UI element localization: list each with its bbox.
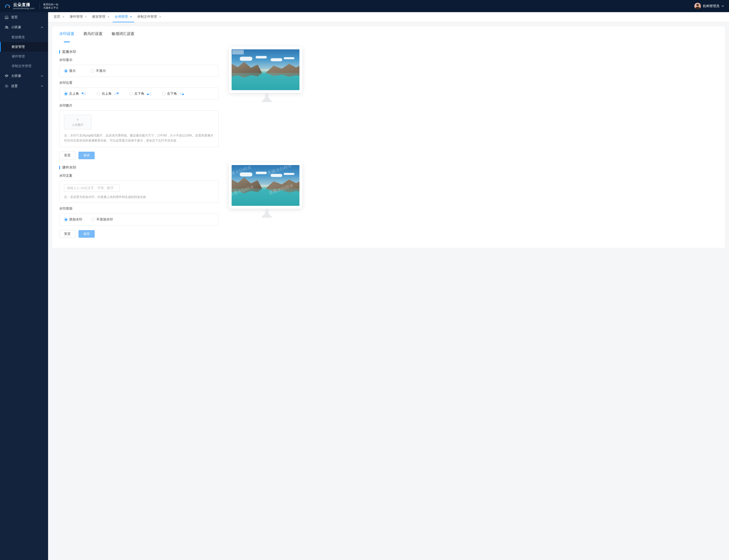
svg-point-0: [9, 7, 10, 8]
corner-icon: [179, 92, 184, 95]
chevron-down-icon: [41, 85, 44, 88]
tab-courseware[interactable]: 课件管理✕: [68, 12, 89, 22]
preview-live: [229, 47, 305, 102]
upload-box: ＋ 上传图片 注：水印只支持png格式图片，且必须为透明底。建议最佳图片尺寸：1…: [59, 110, 219, 147]
upload-hint: 注：水印只支持png格式图片，且必须为透明底。建议最佳图片尺寸：174*80，大…: [64, 133, 214, 143]
subtabs: 水印设置 跑马灯设置 敏感词汇设置: [52, 26, 725, 41]
subtab-sensitive[interactable]: 敏感词汇设置: [112, 31, 134, 40]
preview-course: 直播水印样本 直播水印样本 直播水印样本 直播水印样本: [229, 162, 305, 218]
tab-recording[interactable]: 录制文件管理✕: [135, 12, 163, 22]
text-hint: 注：若设置为添加水印，对直播上传的课件和生成的回放生效: [64, 194, 214, 199]
sidebar-item-big-class[interactable]: 大班课: [0, 71, 48, 81]
topbar: 云朵直播 yunduoketang.com 教育机构一站式服务云平台 机构管理员: [0, 0, 729, 12]
close-icon[interactable]: ✕: [62, 15, 65, 18]
section-course-watermark: 课件水印: [59, 165, 219, 170]
label-add: 水印添加: [59, 206, 219, 211]
input-box-text: 注：若设置为添加水印，对直播上传的课件和生成的回放生效: [59, 181, 219, 203]
close-icon[interactable]: ✕: [130, 15, 132, 18]
corner-icon: [82, 92, 86, 95]
sidebar-item-small-class[interactable]: 小班课: [0, 22, 48, 32]
save-button[interactable]: 保存: [78, 152, 95, 159]
radio-pos-br[interactable]: 右下角: [162, 91, 184, 96]
svg-point-4: [5, 75, 6, 76]
label-display: 水印显示: [59, 58, 219, 62]
user-menu[interactable]: 机构管理员: [694, 3, 724, 9]
option-box-add: 添加水印 不添加水印: [59, 213, 219, 226]
corner-icon: [114, 92, 119, 95]
radio-pos-tr[interactable]: 右上角: [97, 91, 119, 96]
watermark-badge-preview: [232, 50, 244, 54]
users-group-icon: [5, 74, 9, 78]
radio-hide[interactable]: 不显示: [91, 69, 106, 73]
brand-logo: 云朵直播 yunduoketang.com 教育机构一站式服务云平台: [0, 3, 58, 10]
users-icon: [5, 25, 9, 29]
radio-show[interactable]: 显示: [64, 69, 76, 73]
svg-point-5: [7, 75, 8, 76]
label-position: 水印位置: [59, 81, 219, 85]
watermark-text-input[interactable]: [64, 184, 120, 192]
option-box-position: 左上角 右上角 左下角 右下角: [59, 88, 219, 100]
sidebar-item-courseware[interactable]: 课件管理: [0, 52, 48, 61]
radio-pos-bl[interactable]: 左下角: [129, 91, 151, 96]
section-live-watermark: 直播水印: [59, 50, 219, 54]
close-icon[interactable]: ✕: [159, 15, 161, 18]
chevron-up-icon: [41, 26, 44, 29]
sidebar: 首页 小班课 数据概览 教室管理 课件管理 录制文件管理 大班课 设置: [0, 0, 48, 560]
chevron-down-icon: [721, 5, 724, 7]
subtab-watermark[interactable]: 水印设置: [59, 31, 74, 40]
label-image: 水印图片: [59, 103, 219, 108]
sidebar-item-settings[interactable]: 设置: [0, 81, 48, 91]
svg-point-2: [7, 26, 8, 27]
sidebar-item-recording[interactable]: 录制文件管理: [0, 61, 48, 71]
upload-image-button[interactable]: ＋ 上传图片: [64, 115, 91, 129]
subtab-marquee[interactable]: 跑马灯设置: [84, 31, 103, 40]
reset-button[interactable]: 重置: [59, 152, 75, 159]
radio-pos-tl[interactable]: 左上角: [64, 91, 86, 96]
tab-global[interactable]: 全局管理✕: [113, 12, 134, 22]
tab-classroom[interactable]: 教室管理✕: [90, 12, 112, 22]
reset-button[interactable]: 重置: [59, 230, 75, 238]
corner-icon: [147, 92, 151, 95]
svg-point-1: [6, 26, 7, 27]
label-text: 水印文案: [59, 173, 219, 178]
option-box-display: 显示 不显示: [59, 65, 219, 77]
svg-point-6: [6, 86, 7, 87]
radio-no-add-wm[interactable]: 不添加水印: [91, 217, 113, 222]
cloud-logo-icon: [5, 3, 11, 9]
avatar: [694, 3, 701, 9]
plus-icon: ＋: [75, 117, 80, 122]
gear-icon: [5, 84, 9, 88]
close-icon[interactable]: ✕: [107, 15, 110, 18]
tabbar: 首页✕ 课件管理✕ 教室管理✕ 全局管理✕ 录制文件管理✕: [48, 12, 729, 22]
chevron-down-icon: [41, 74, 44, 77]
home-icon: [5, 15, 9, 19]
svg-point-3: [6, 75, 7, 76]
tab-home[interactable]: 首页✕: [52, 12, 67, 22]
save-button[interactable]: 保存: [78, 230, 95, 238]
sidebar-item-home[interactable]: 首页: [0, 12, 48, 22]
settings-panel: 水印设置 跑马灯设置 敏感词汇设置 直播水印 水印显示 显示 不显示 水印位置 …: [52, 26, 725, 248]
sidebar-item-classroom[interactable]: 教室管理: [0, 42, 48, 52]
close-icon[interactable]: ✕: [85, 15, 87, 18]
radio-add-wm[interactable]: 添加水印: [64, 217, 82, 222]
sidebar-item-overview[interactable]: 数据概览: [0, 32, 48, 42]
main-area: 首页✕ 课件管理✕ 教室管理✕ 全局管理✕ 录制文件管理✕ 水印设置 跑马灯设置…: [48, 0, 729, 560]
